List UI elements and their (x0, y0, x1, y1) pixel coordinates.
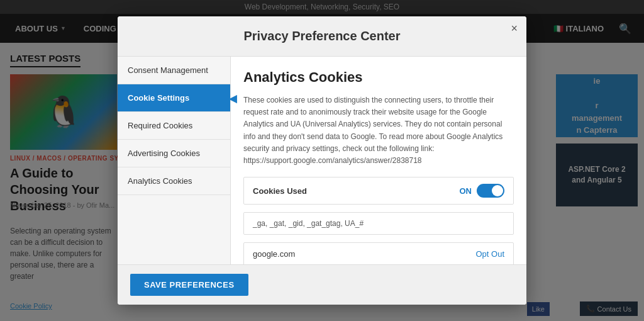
modal-body: Consent Management Cookie Settings Requi… (118, 57, 526, 264)
sidebar-item-required-cookies[interactable]: Required Cookies (118, 112, 230, 140)
sidebar-item-consent-management[interactable]: Consent Management (118, 57, 230, 84)
content-title: Analytics Cookies (243, 69, 514, 86)
privacy-modal: Privacy Preference Center × Consent Mana… (118, 16, 526, 305)
vendor-row: google.com Opt Out (243, 242, 514, 264)
modal-overlay: Privacy Preference Center × Consent Mana… (0, 0, 644, 321)
save-preferences-button[interactable]: SAVE PREFERENCES (130, 274, 248, 296)
modal-main-content: Analytics Cookies These cookies are used… (231, 57, 526, 264)
modal-footer: SAVE PREFERENCES (118, 264, 526, 305)
cookies-toggle[interactable] (477, 184, 504, 198)
opt-out-link[interactable]: Opt Out (475, 249, 504, 259)
modal-header: Privacy Preference Center × (118, 16, 526, 57)
sidebar-item-analytics-cookies[interactable]: Analytics Cookies (118, 167, 230, 195)
content-description: These cookies are used to distinguish th… (243, 94, 514, 167)
sidebar-item-cookie-settings[interactable]: Cookie Settings (118, 84, 230, 112)
cookies-used-row: Cookies Used ON (243, 177, 514, 205)
toggle-right: ON (460, 184, 505, 198)
close-button[interactable]: × (511, 23, 518, 34)
vendor-name: google.com (253, 249, 295, 259)
modal-title: Privacy Preference Center (243, 29, 400, 43)
modal-sidebar: Consent Management Cookie Settings Requi… (118, 57, 231, 264)
cookies-list: _ga, _gat, _gid, _gat_gtag, UA_# (243, 212, 514, 235)
toggle-label: Cookies Used (253, 186, 307, 196)
sidebar-item-advertising-cookies[interactable]: Advertising Cookies (118, 140, 230, 167)
toggle-state-label: ON (460, 186, 472, 196)
